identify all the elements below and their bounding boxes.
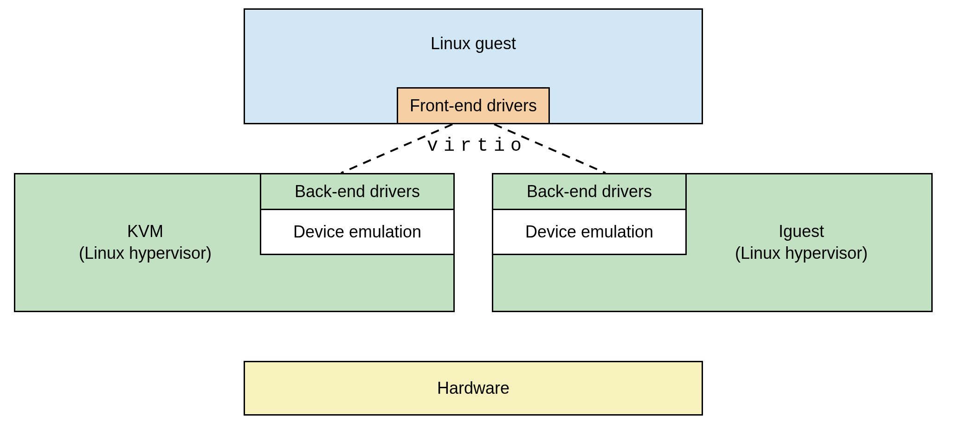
right-device-emulation-label: Device emulation xyxy=(525,221,653,243)
left-backend-box: Back-end drivers xyxy=(260,173,455,210)
frontend-drivers-box: Front-end drivers xyxy=(397,87,550,124)
right-backend-label: Back-end drivers xyxy=(527,181,652,203)
virtio-label: virtio xyxy=(427,135,520,156)
right-device-emulation-box: Device emulation xyxy=(492,209,687,255)
guest-title: Linux guest xyxy=(431,33,516,55)
left-backend-label: Back-end drivers xyxy=(295,181,420,203)
right-hypervisor-title: Iguest (Linux hypervisor) xyxy=(704,221,899,264)
hardware-label: Hardware xyxy=(437,378,509,399)
left-device-emulation-box: Device emulation xyxy=(260,209,455,255)
left-device-emulation-label: Device emulation xyxy=(293,221,421,243)
hardware-box: Hardware xyxy=(244,361,703,416)
diagram-canvas: Linux guest Front-end drivers virtio KVM… xyxy=(0,0,980,423)
left-hypervisor-title: KVM (Linux hypervisor) xyxy=(48,221,243,264)
frontend-drivers-label: Front-end drivers xyxy=(410,95,537,117)
right-backend-box: Back-end drivers xyxy=(492,173,687,210)
